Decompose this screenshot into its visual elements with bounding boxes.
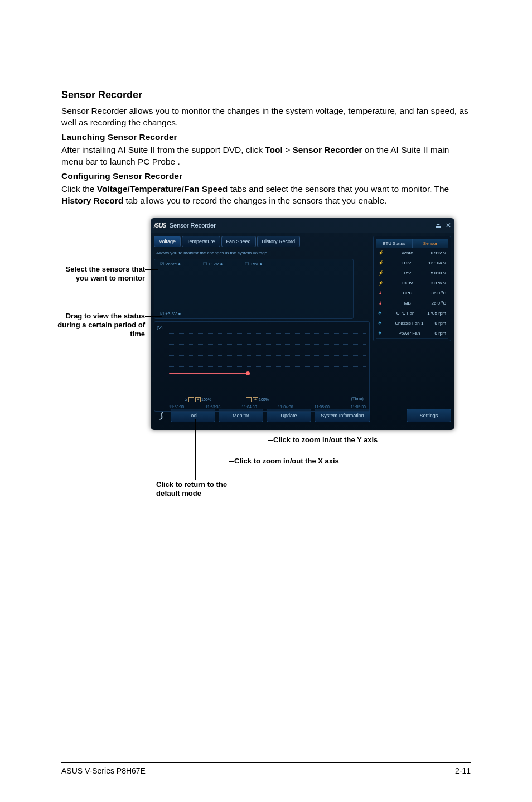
sensor-name: +3.3V bbox=[402, 281, 413, 286]
help-text: Allows you to monitor the changes in the… bbox=[156, 250, 367, 255]
check-12v-label: +12V ● bbox=[208, 262, 223, 267]
launch-tool-bold: Tool bbox=[265, 145, 283, 154]
bolt-icon: ⚡ bbox=[378, 270, 384, 276]
sensor-item: ✻Power Fan0 rpm bbox=[376, 328, 448, 339]
xtick: 11:04:38 bbox=[278, 405, 293, 409]
sensor-value: 0 rpm bbox=[435, 321, 446, 326]
tab-temperature[interactable]: Temperature bbox=[182, 236, 220, 247]
sensor-item: 🌡MB26.0 ºC bbox=[376, 298, 448, 308]
launch-title: Launching Sensor Recorder bbox=[61, 132, 471, 142]
sensor-item: ⚡Vcore0.912 V bbox=[376, 248, 448, 258]
check-5v-label: +5V ● bbox=[250, 262, 263, 267]
config-hist-bold: History Record bbox=[61, 196, 123, 205]
zoom-x-value: 100% bbox=[201, 398, 211, 402]
thermometer-icon: 🌡 bbox=[378, 291, 384, 296]
check-vcore[interactable]: ☑ Vcore ● bbox=[160, 262, 181, 267]
settings-button[interactable]: Settings bbox=[407, 409, 451, 422]
zoom-y-in[interactable]: + bbox=[253, 397, 258, 402]
titlebar: /SUS Sensor Recorder ⏏ ✕ bbox=[151, 218, 454, 233]
zoom-x-out[interactable]: – bbox=[188, 397, 194, 402]
check-5v[interactable]: ☐ +5V ● bbox=[245, 262, 262, 267]
anno-drag: Drag to view the status during a certain… bbox=[56, 312, 145, 339]
xtick: 11:04:30 bbox=[241, 405, 257, 409]
check-vcore-label: Vcore ● bbox=[165, 262, 181, 267]
anno-line bbox=[268, 440, 273, 441]
sensor-recorder-window: /SUS Sensor Recorder ⏏ ✕ Voltage Tempera… bbox=[151, 218, 454, 430]
sensor-name: +12V bbox=[401, 260, 412, 265]
anno-select: Select the sensors that you want to moni… bbox=[56, 265, 145, 283]
sensor-name: CPU Fan bbox=[396, 311, 415, 316]
right-hdr-sensor[interactable]: Sensor bbox=[412, 239, 448, 248]
bolt-icon: ⚡ bbox=[378, 250, 384, 255]
anno-zoomy: Click to zoom in/out the Y axis bbox=[273, 436, 385, 445]
zoom-x-in[interactable]: + bbox=[195, 397, 201, 402]
launch-gt: > bbox=[283, 145, 293, 154]
asus-logo: /SUS bbox=[154, 222, 166, 229]
zoom-x-reset-icon[interactable]: ⭘ bbox=[184, 398, 188, 402]
config-title: Configuring Sensor Recorder bbox=[61, 171, 471, 181]
time-axis-label: (Time) bbox=[351, 396, 364, 401]
footer-right: 2-11 bbox=[455, 766, 471, 775]
sensor-value: 3.376 V bbox=[431, 281, 446, 286]
fan-icon: ✻ bbox=[378, 321, 384, 326]
config-tabs-bold: Voltage/Temperature/Fan Speed bbox=[97, 184, 228, 194]
intro-text: Sensor Recorder allows you to monitor th… bbox=[61, 105, 471, 129]
fan-icon: ✻ bbox=[378, 331, 384, 336]
sensor-checks: ☑ Vcore ● ☐ +12V ● ☐ +5V ● ☑ +3.3V ● bbox=[154, 259, 354, 319]
xtick: 11:53:30 bbox=[169, 405, 184, 409]
launch-sr-bold: Sensor Recorder bbox=[293, 145, 362, 154]
sensor-name: +5V bbox=[403, 270, 411, 276]
sensor-name: Chassis Fan 1 bbox=[395, 321, 423, 326]
check-12v[interactable]: ☐ +12V ● bbox=[203, 262, 223, 267]
check-33v-label: +3.3V ● bbox=[165, 311, 181, 316]
tab-voltage[interactable]: Voltage bbox=[154, 236, 181, 247]
sensor-value: 0 rpm bbox=[435, 331, 446, 336]
sensor-item: ⚡+5V5.010 V bbox=[376, 268, 448, 278]
sensor-name: MB bbox=[404, 301, 411, 306]
sensor-list: ⚡Vcore0.912 V ⚡+12V12.104 V ⚡+5V5.010 V … bbox=[376, 248, 448, 339]
plot-line bbox=[169, 373, 247, 374]
launch-text: After installing AI Suite II from the su… bbox=[61, 144, 471, 168]
tab-history[interactable]: History Record bbox=[257, 236, 301, 247]
section-title: Sensor Recorder bbox=[61, 89, 471, 101]
zoom-y-out[interactable]: – bbox=[246, 397, 252, 402]
sensor-value: 5.010 V bbox=[431, 270, 446, 276]
sensor-name: CPU bbox=[403, 291, 412, 296]
right-hdr-status[interactable]: BTU Status bbox=[376, 239, 412, 248]
zoom-x-controls: ⭘ – + 100% bbox=[184, 397, 211, 402]
sensor-value: 0.912 V bbox=[431, 250, 446, 255]
sensor-item: 🌡CPU36.0 ºC bbox=[376, 288, 448, 298]
sensor-item: ⚡+12V12.104 V bbox=[376, 258, 448, 268]
sensor-value: 12.104 V bbox=[428, 260, 446, 265]
fan-icon: ✻ bbox=[378, 311, 384, 316]
close-icon[interactable]: ✕ bbox=[446, 221, 451, 229]
tab-fanspeed[interactable]: Fan Speed bbox=[221, 236, 256, 247]
sensor-value: 26.0 ºC bbox=[432, 301, 447, 306]
y-axis-label: (V) bbox=[157, 325, 163, 330]
xtick: 11:05:30 bbox=[351, 405, 366, 409]
anno-zoomx: Click to zoom in/out the X axis bbox=[234, 457, 346, 466]
config-text-a: Click the bbox=[61, 184, 97, 194]
launch-text-a: After installing AI Suite II from the su… bbox=[61, 145, 265, 154]
check-33v[interactable]: ☑ +3.3V ● bbox=[160, 311, 181, 316]
anno-line bbox=[145, 316, 162, 317]
xtick: 11:53:38 bbox=[205, 405, 220, 409]
config-text: Click the Voltage/Temperature/Fan Speed … bbox=[61, 183, 471, 207]
pin-icon[interactable]: ⏏ bbox=[435, 221, 441, 229]
sensor-value: 36.0 ºC bbox=[431, 291, 446, 296]
tabs: Voltage Temperature Fan Speed History Re… bbox=[154, 236, 370, 247]
sensor-value: 1705 rpm bbox=[427, 311, 446, 316]
anno-line bbox=[195, 419, 196, 480]
config-text-b: tabs and select the sensors that you wan… bbox=[228, 184, 449, 194]
bolt-icon: ⚡ bbox=[378, 281, 384, 286]
anno-line bbox=[145, 269, 158, 270]
sensor-name: Vcore bbox=[402, 250, 413, 255]
footer-left: ASUS V-Series P8H67E bbox=[61, 766, 146, 775]
sensor-item: ✻Chassis Fan 10 rpm bbox=[376, 318, 448, 328]
bolt-icon: ⚡ bbox=[378, 260, 384, 265]
zoom-y-controls: – + 100% bbox=[245, 397, 269, 402]
sensor-item: ✻CPU Fan1705 rpm bbox=[376, 308, 448, 318]
sensor-name: Power Fan bbox=[398, 331, 420, 336]
anno-line bbox=[268, 385, 268, 441]
page-footer: ASUS V-Series P8H67E 2-11 bbox=[61, 762, 471, 775]
